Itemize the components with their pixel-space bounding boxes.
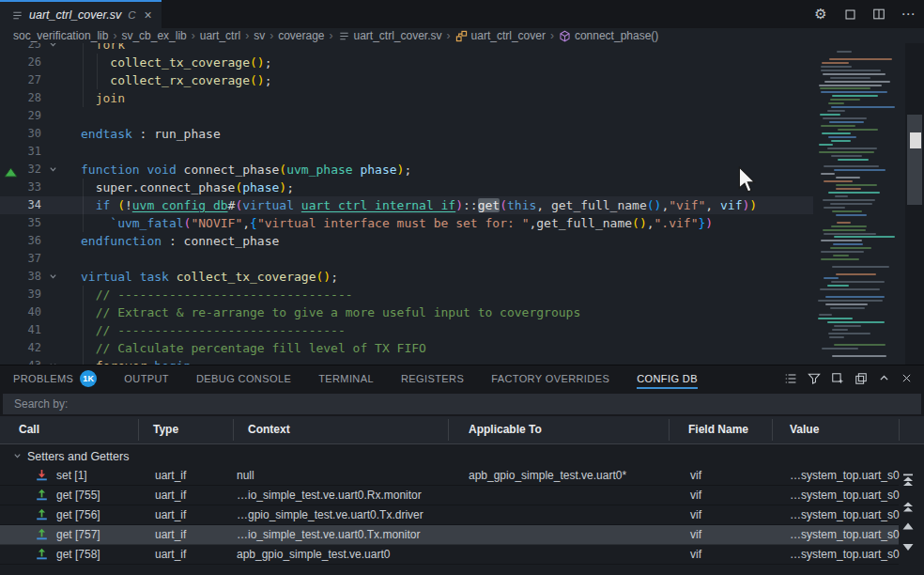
- minimap-line: [827, 110, 845, 112]
- split-editor-icon[interactable]: [870, 6, 887, 23]
- minimap-line: [834, 169, 886, 171]
- line-number: 31: [0, 143, 41, 161]
- chevron-down-icon[interactable]: [13, 452, 22, 460]
- cell-context: …gpio_simple_test.ve.uart0.Tx.driver: [237, 508, 424, 521]
- code-line[interactable]: join: [81, 89, 125, 107]
- code-line[interactable]: virtual task collect_tx_coverage();: [81, 268, 338, 286]
- restore-window-icon[interactable]: [841, 6, 858, 23]
- list-view-icon[interactable]: [784, 372, 797, 385]
- close-panel-icon[interactable]: [901, 372, 913, 384]
- bottom-panel: PROBLEMS1KOUTPUTDEBUG CONSOLETERMINALREG…: [0, 365, 924, 575]
- column-header-field-name[interactable]: Field Name: [688, 423, 748, 436]
- page-up-icon[interactable]: [902, 501, 914, 513]
- code-token: "virtual interface must be set for: ": [257, 216, 530, 230]
- code-line[interactable]: // Extract & re-arrange to give a more u…: [81, 303, 580, 321]
- search-input[interactable]: [3, 394, 921, 414]
- code-line[interactable]: // --------------------------------: [81, 286, 353, 303]
- more-actions-icon[interactable]: ⋯: [900, 6, 916, 23]
- table-row-set-1-[interactable]: set [1]uart_ifnullapb_gpio_simple_test.v…: [0, 466, 899, 486]
- breadcrumb-item-sv-cb-ex-lib[interactable]: sv_cb_ex_lib: [121, 29, 186, 42]
- column-header-type[interactable]: Type: [153, 423, 178, 436]
- panel-tab-problems[interactable]: PROBLEMS1K: [13, 365, 97, 393]
- code-line[interactable]: fork: [81, 43, 125, 54]
- code-line[interactable]: endtask : run_phase: [81, 125, 221, 143]
- settings-icon[interactable]: ⚙: [812, 6, 829, 23]
- breadcrumb-item-coverage[interactable]: coverage: [278, 29, 324, 42]
- minimap[interactable]: [815, 43, 903, 365]
- filter-icon[interactable]: [808, 372, 821, 385]
- group-row-setters-and-getters[interactable]: Setters and Getters: [0, 446, 899, 466]
- collapse-panel-icon[interactable]: [878, 372, 890, 384]
- scrollbar-thumb[interactable]: [907, 115, 922, 205]
- table-row-get-757-[interactable]: get [757]uart_if…io_simple_test.ve.uart0…: [0, 525, 899, 545]
- editor-scrollbar[interactable]: [905, 43, 924, 365]
- code-line[interactable]: super.connect_phase(phase);: [81, 179, 294, 196]
- panel-tab-registers[interactable]: REGISTERS: [401, 367, 464, 390]
- code-line[interactable]: // Calculate percentage fill level of TX…: [81, 339, 426, 357]
- open-new-window-icon[interactable]: [831, 372, 844, 385]
- panel-tab-config-db[interactable]: CONFIG DB: [637, 367, 698, 390]
- breadcrumb-label: coverage: [278, 29, 324, 42]
- minimap-line: [836, 177, 860, 179]
- column-header-value[interactable]: Value: [790, 423, 819, 436]
- code-line[interactable]: endfunction : connect_phase: [81, 232, 279, 250]
- cell-value: …system_top.uart_s0: [790, 489, 900, 502]
- panel-tab-label: CONFIG DB: [637, 373, 698, 384]
- code-token: [132, 270, 140, 284]
- code-token: [81, 323, 96, 337]
- table-header: CallTypeContextApplicable ToField NameVa…: [0, 416, 924, 444]
- cell-call: set [1]: [56, 469, 87, 482]
- breadcrumb-item-uart-ctrl[interactable]: uart_ctrl: [200, 29, 240, 42]
- breadcrumb-item-uart-ctrl-cover[interactable]: uart_ctrl_cover: [455, 29, 546, 42]
- breadcrumb: soc_verification_lib›sv_cb_ex_lib›uart_c…: [0, 28, 924, 43]
- code-token: `uvm_fatal: [110, 216, 183, 230]
- panel-tab-output[interactable]: OUTPUT: [124, 367, 169, 390]
- panel-tab-label: REGISTERS: [401, 373, 464, 384]
- code-line[interactable]: // -------------------------------: [81, 321, 346, 339]
- cell-value: …system_top.uart_s0: [790, 508, 900, 521]
- code-line[interactable]: function void connect_phase(uvm_phase ph…: [81, 161, 411, 179]
- breadcrumb-item-soc-verification-lib[interactable]: soc_verification_lib: [13, 29, 108, 42]
- step-down-icon[interactable]: [902, 541, 914, 553]
- close-tab-icon[interactable]: ×: [145, 8, 152, 22]
- breadcrumb-item-sv[interactable]: sv: [254, 29, 265, 42]
- code-line[interactable]: if (!uvm_config_db#(virtual uart_ctrl_in…: [81, 196, 757, 214]
- panel-tab-factory-overrides[interactable]: FACTORY OVERRIDES: [491, 367, 609, 390]
- panel-tab-debug-console[interactable]: DEBUG CONSOLE: [196, 367, 291, 390]
- scroll-top-icon[interactable]: [902, 474, 914, 486]
- fold-chevron-icon[interactable]: [49, 161, 60, 179]
- table-row-get-755-[interactable]: get [755]uart_if…io_simple_test.ve.uart0…: [0, 486, 899, 505]
- copy-icon[interactable]: [855, 372, 868, 385]
- breadcrumb-item-connect-phase-[interactable]: connect_phase(): [559, 29, 658, 42]
- fold-chevron-icon[interactable]: [49, 43, 60, 54]
- fold-chevron-icon[interactable]: [49, 268, 60, 286]
- panel-tab-terminal[interactable]: TERMINAL: [318, 367, 374, 390]
- minimap-line: [821, 66, 852, 68]
- breadcrumb-item-uart-ctrl-cover-sv[interactable]: uart_ctrl_cover.sv: [338, 29, 442, 42]
- line-number: 37: [0, 250, 41, 268]
- code-token: connect_phase: [184, 234, 280, 248]
- code-token: ): [705, 216, 713, 230]
- tab-uart-ctrl-cover[interactable]: uart_ctrl_cover.sv C ×: [0, 0, 162, 28]
- code-line[interactable]: forever begin: [81, 357, 191, 365]
- column-header-applicable-to[interactable]: Applicable To: [469, 423, 542, 436]
- line-number: 25: [0, 43, 41, 54]
- minimap-line: [837, 51, 852, 53]
- breadcrumb-separator: ›: [270, 29, 273, 42]
- minimap-line: [828, 136, 856, 138]
- line-number: 33: [0, 179, 41, 196]
- code-token: .: [132, 180, 140, 194]
- cell-context: …io_simple_test.ve.uart0.Rx.monitor: [237, 489, 422, 502]
- table-row-get-758-[interactable]: get [758]uart_ifapb_gpio_simple_test.ve.…: [0, 545, 899, 565]
- code-line[interactable]: `uvm_fatal("NOVIF",{"virtual interface m…: [81, 214, 713, 232]
- step-up-icon[interactable]: [902, 521, 914, 533]
- code-token: collect_tx_coverage: [177, 270, 316, 284]
- column-header-context[interactable]: Context: [248, 423, 290, 436]
- code-editor[interactable]: 25 fork26 collect_tx_coverage();27 colle…: [0, 43, 924, 365]
- code-line[interactable]: collect_tx_coverage();: [81, 54, 272, 71]
- table-row-get-756-[interactable]: get [756]uart_if…gpio_simple_test.ve.uar…: [0, 505, 899, 525]
- code-line[interactable]: collect_rx_coverage();: [81, 71, 272, 89]
- code-token: (: [500, 198, 507, 212]
- cell-call: get [756]: [56, 508, 100, 521]
- column-header-call[interactable]: Call: [19, 423, 39, 436]
